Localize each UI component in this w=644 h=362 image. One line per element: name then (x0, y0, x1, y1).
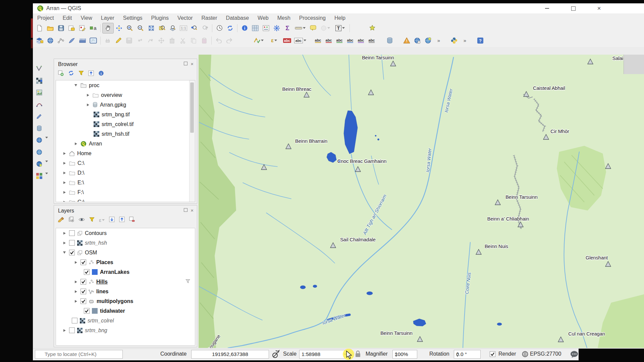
minimize-button[interactable] (539, 3, 555, 13)
coordinate-value-input[interactable] (191, 350, 269, 359)
menu-edit[interactable]: Edit (58, 15, 76, 21)
python-console-icon[interactable] (449, 36, 460, 46)
label-show-hidden-icon[interactable]: abc (323, 36, 334, 46)
browser-item-srtm-colrel[interactable]: srtm_colrel.tif (56, 119, 195, 129)
expander-icon[interactable] (62, 201, 67, 202)
web-globe-badge-icon-2[interactable] (423, 36, 433, 46)
undo-icon[interactable] (213, 36, 224, 46)
menu-layer[interactable]: Layer (97, 15, 119, 21)
delete-selected-icon[interactable] (167, 36, 177, 46)
expander-icon[interactable] (62, 242, 67, 244)
filter-expression-icon[interactable]: ε (99, 217, 105, 223)
expander-icon[interactable] (62, 162, 67, 165)
label-highlight-icon[interactable]: abc (282, 36, 292, 46)
label-expression-icon[interactable]: ε (266, 36, 282, 46)
db-manager-icon[interactable] (384, 36, 395, 46)
zoom-last-icon[interactable] (189, 23, 200, 33)
layer-checkbox[interactable] (69, 250, 75, 255)
pan-map-icon[interactable] (102, 23, 114, 34)
map-canvas[interactable]: Beinn Tarsuinn Salaine Beinn Bhreac Cais… (199, 55, 644, 348)
map-tips-icon[interactable] (308, 23, 318, 33)
menu-processing[interactable]: Processing (295, 15, 330, 21)
plugin-icon[interactable] (102, 36, 113, 46)
dock-processing-grid-icon[interactable] (35, 172, 44, 180)
new-bookmark-icon[interactable] (367, 23, 378, 33)
layer-item-contours[interactable]: Contours (56, 228, 195, 238)
expander-icon[interactable] (62, 329, 67, 332)
close-button[interactable]: × (591, 3, 607, 13)
layer-checkbox[interactable] (84, 269, 90, 275)
browser-item-srtm-bng[interactable]: srtm_bng.tif (56, 110, 195, 119)
menu-mesh[interactable]: Mesh (273, 15, 295, 21)
calligraphy-pen-icon[interactable] (66, 36, 77, 46)
statistics-sigma-icon[interactable]: Σ (282, 23, 293, 33)
menu-database[interactable]: Database (222, 15, 254, 21)
crs-status[interactable]: EPSG:27700 (530, 351, 561, 357)
browser-filter-icon[interactable] (78, 70, 84, 77)
measure-line-icon[interactable] (293, 23, 308, 33)
lock-scale-icon[interactable] (355, 350, 361, 359)
browser-item-home[interactable]: Home (56, 148, 195, 158)
toolbar-overflow-icon-2[interactable]: » (460, 36, 470, 46)
remove-layer-icon[interactable] (129, 217, 135, 224)
layer-checkbox[interactable] (80, 279, 86, 285)
refresh-map-icon[interactable] (225, 23, 235, 33)
layer-checkbox[interactable] (69, 230, 75, 236)
messages-bubble-icon[interactable] (570, 351, 578, 359)
browser-scrollbar[interactable] (189, 80, 195, 202)
expander-icon[interactable] (62, 232, 67, 235)
dock-digitize-curve-icon[interactable] (35, 100, 44, 109)
expander-icon[interactable] (86, 104, 90, 106)
cut-features-icon[interactable] (177, 36, 188, 46)
browser-item-arran-project[interactable]: Arran (56, 139, 195, 148)
layer-checkbox[interactable] (80, 298, 86, 304)
browser-item-arran-gpkg[interactable]: Arran.gpkg (56, 100, 195, 110)
text-annotation-icon[interactable]: T (332, 23, 348, 33)
data-source-manager-icon[interactable] (34, 36, 45, 46)
style-manager-icon[interactable] (77, 23, 88, 33)
browser-close-icon[interactable]: × (191, 62, 194, 66)
layers-close-icon[interactable]: × (191, 208, 194, 213)
label-options-icon[interactable]: abc (292, 36, 308, 46)
browser-refresh-icon[interactable] (68, 70, 74, 77)
add-point-icon[interactable] (135, 36, 145, 46)
label-rotate-icon[interactable]: abc (345, 36, 356, 46)
layer-checkbox[interactable] (80, 289, 86, 294)
toggle-editing-icon[interactable] (113, 36, 124, 46)
browser-item-e-drive[interactable]: E:\ (56, 178, 195, 187)
spinner-arrows[interactable] (395, 352, 397, 357)
expander-icon[interactable] (62, 251, 67, 254)
collapse-all-icon[interactable] (119, 217, 125, 224)
zoom-full-icon[interactable] (146, 23, 157, 33)
browser-item-f-drive[interactable]: F:\ (56, 187, 195, 197)
expander-icon[interactable] (73, 300, 78, 303)
web-globe-badge-icon[interactable] (412, 36, 423, 46)
layer-checkbox[interactable] (72, 318, 77, 323)
browser-item-g-drive[interactable]: G:\ (56, 197, 195, 202)
zoom-to-selection-icon[interactable] (157, 23, 167, 33)
zoom-in-icon[interactable] (124, 23, 135, 33)
manage-map-themes-icon[interactable] (78, 217, 85, 223)
layer-item-srtm-colrel[interactable]: srtm_colrel (56, 316, 195, 325)
dock-dropdown-icon-1[interactable] (45, 138, 48, 144)
vertex-tool-icon[interactable] (56, 36, 66, 46)
add-group-icon[interactable] (68, 217, 74, 224)
browser-collapse-all-icon[interactable] (88, 70, 94, 77)
menu-view[interactable]: View (76, 15, 96, 21)
layer-checkbox[interactable] (69, 240, 75, 246)
metasearch-globe-icon[interactable] (45, 36, 56, 46)
dock-annotation-pencil-icon[interactable] (35, 112, 44, 121)
dock-database-source-icon[interactable] (35, 124, 44, 133)
dock-raster-checker-icon[interactable] (35, 76, 44, 85)
paste-features-icon[interactable] (199, 36, 210, 46)
layer-item-tidalwater[interactable]: tidalwater (56, 306, 195, 316)
layer-item-osm[interactable]: OSM (56, 248, 195, 257)
layer-labeling-icon[interactable] (251, 36, 266, 46)
browser-item-d-drive[interactable]: D:\ (56, 168, 195, 178)
filter-legend-icon[interactable] (89, 217, 95, 224)
georeferencer-comb-icon[interactable] (77, 36, 88, 46)
menu-plugins[interactable]: Plugins (147, 15, 173, 21)
expander-icon[interactable] (73, 142, 78, 145)
layer-item-lines[interactable]: lines (56, 287, 195, 296)
browser-properties-icon[interactable]: i (98, 70, 104, 77)
